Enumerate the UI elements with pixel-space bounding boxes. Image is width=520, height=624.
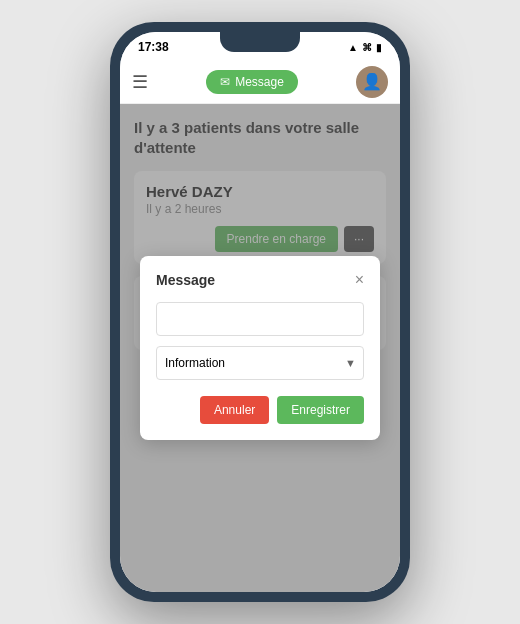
save-button[interactable]: Enregistrer bbox=[277, 396, 364, 424]
avatar-image: 👤 bbox=[362, 72, 382, 91]
phone-notch bbox=[220, 32, 300, 52]
message-nav-button[interactable]: ✉ Message bbox=[206, 70, 298, 94]
hamburger-icon[interactable]: ☰ bbox=[132, 71, 148, 93]
modal-text-input[interactable] bbox=[156, 302, 364, 336]
phone-screen: 17:38 ▲ ⌘ ▮ ☰ ✉ Message 👤 Il y a 3 patie… bbox=[120, 32, 400, 592]
status-icons: ▲ ⌘ ▮ bbox=[348, 42, 382, 53]
phone-frame: 17:38 ▲ ⌘ ▮ ☰ ✉ Message 👤 Il y a 3 patie… bbox=[110, 22, 410, 602]
wifi-icon: ⌘ bbox=[362, 42, 372, 53]
modal-category-select[interactable]: Information Urgence Autre bbox=[156, 346, 364, 380]
message-icon: ✉ bbox=[220, 75, 230, 89]
modal-footer: Annuler Enregistrer bbox=[156, 396, 364, 424]
modal-header: Message × bbox=[156, 272, 364, 288]
modal-select-wrapper: Information Urgence Autre ▼ bbox=[156, 346, 364, 380]
modal-overlay: Message × Information Urgence Autre ▼ An… bbox=[120, 104, 400, 592]
avatar[interactable]: 👤 bbox=[356, 66, 388, 98]
modal-close-button[interactable]: × bbox=[355, 272, 364, 288]
message-modal: Message × Information Urgence Autre ▼ An… bbox=[140, 256, 380, 440]
modal-title: Message bbox=[156, 272, 215, 288]
nav-bar: ☰ ✉ Message 👤 bbox=[120, 60, 400, 104]
cancel-button[interactable]: Annuler bbox=[200, 396, 269, 424]
battery-icon: ▮ bbox=[376, 42, 382, 53]
status-time: 17:38 bbox=[138, 40, 169, 54]
signal-icon: ▲ bbox=[348, 42, 358, 53]
main-content: Il y a 3 patients dans votre salle d'att… bbox=[120, 104, 400, 592]
